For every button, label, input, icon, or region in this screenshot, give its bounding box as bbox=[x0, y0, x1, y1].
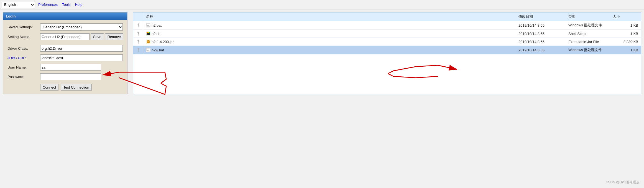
driver-class-row: Driver Class: bbox=[7, 45, 123, 52]
jdbc-url-input[interactable] bbox=[40, 54, 123, 61]
user-name-row: User Name: bbox=[7, 64, 123, 71]
jdbc-url-label[interactable]: JDBC URL: bbox=[7, 56, 38, 60]
saved-settings-label: Saved Settings: bbox=[7, 25, 38, 29]
file-row[interactable]: jar h2-1.4.200.jar 2019/10/14 8:55 Execu… bbox=[133, 38, 641, 46]
tools-link[interactable]: Tools bbox=[61, 2, 71, 7]
file-cells: jar h2-1.4.200.jar 2019/10/14 8:55 Execu… bbox=[143, 38, 641, 46]
preferences-link[interactable]: Preferences bbox=[37, 2, 59, 7]
file-pin[interactable] bbox=[133, 21, 143, 29]
test-connection-button[interactable]: Test Connection bbox=[61, 84, 91, 91]
svg-text:bat: bat bbox=[147, 24, 149, 26]
file-type-icon: jar bbox=[146, 39, 150, 44]
file-type-icon: >_ bbox=[146, 31, 150, 36]
file-type-cell: Executable Jar File bbox=[567, 39, 612, 44]
svg-point-7 bbox=[148, 32, 149, 33]
col-type: 类型 bbox=[567, 14, 612, 20]
svg-text:jar: jar bbox=[147, 41, 150, 42]
file-type-cell: Windows 批处理文件 bbox=[567, 47, 612, 53]
file-size-cell: 1 KB bbox=[612, 31, 639, 36]
file-name-cell: bat h2w.bat bbox=[145, 47, 517, 53]
login-title: Login bbox=[3, 12, 127, 20]
setting-name-input[interactable] bbox=[40, 33, 90, 40]
driver-class-input[interactable] bbox=[40, 45, 123, 52]
menubar: EnglishChineseFrenchGermanJapanese Prefe… bbox=[0, 0, 644, 9]
col-name: 名称 bbox=[145, 14, 517, 20]
watermark: CSDN @QvQ要乐观点 bbox=[606, 180, 640, 185]
svg-text:>_: >_ bbox=[147, 34, 148, 35]
file-name: h2w.bat bbox=[152, 48, 164, 52]
file-cells: bat h2w.bat 2019/10/14 8:55 Windows 批处理文… bbox=[143, 46, 641, 54]
password-input[interactable] bbox=[40, 73, 101, 80]
file-name-cell: jar h2-1.4.200.jar bbox=[145, 39, 517, 44]
file-cells: bat h2.bat 2019/10/14 8:55 Windows 批处理文件… bbox=[143, 21, 641, 29]
file-name-cell: >_ h2.sh bbox=[145, 31, 517, 36]
file-name: h2.bat bbox=[152, 23, 162, 27]
file-row[interactable]: >_ h2.sh 2019/10/14 8:55 Shell Script 1 … bbox=[133, 30, 641, 38]
password-label: Password: bbox=[7, 75, 38, 79]
connect-button[interactable]: Connect bbox=[40, 84, 58, 91]
file-pin[interactable] bbox=[133, 38, 143, 46]
file-name-cell: bat h2.bat bbox=[145, 22, 517, 28]
file-list: bat h2.bat 2019/10/14 8:55 Windows 批处理文件… bbox=[133, 21, 641, 54]
user-name-input[interactable] bbox=[40, 64, 101, 71]
header-spacer bbox=[133, 12, 143, 21]
svg-point-17 bbox=[138, 48, 139, 49]
svg-point-6 bbox=[147, 32, 148, 33]
svg-text:bat: bat bbox=[147, 49, 149, 51]
file-pin[interactable] bbox=[133, 30, 143, 37]
connect-row: Connect Test Connection bbox=[7, 84, 123, 91]
file-size-cell: 2,239 KB bbox=[612, 39, 639, 44]
saved-settings-row: Saved Settings: Generic H2 (Embedded)Gen… bbox=[7, 23, 123, 31]
file-date-cell: 2019/10/14 8:55 bbox=[517, 22, 567, 28]
login-panel: Login Saved Settings: Generic H2 (Embedd… bbox=[3, 12, 127, 94]
file-row[interactable]: bat h2.bat 2019/10/14 8:55 Windows 批处理文件… bbox=[133, 21, 641, 30]
svg-point-11 bbox=[138, 40, 139, 41]
saved-settings-select[interactable]: Generic H2 (Embedded)Generic H2 (Server)… bbox=[40, 23, 123, 31]
setting-name-row: Setting Name: Save Remove bbox=[7, 33, 123, 40]
file-browser-panel: 名称 修改日期 类型 大小 bat h2.bat bbox=[133, 12, 641, 94]
file-date-cell: 2019/10/14 8:55 bbox=[517, 31, 567, 36]
file-type-icon: bat bbox=[146, 23, 150, 27]
svg-point-4 bbox=[138, 32, 139, 33]
col-date: 修改日期 bbox=[517, 14, 567, 20]
file-date-cell: 2019/10/14 8:55 bbox=[517, 39, 567, 44]
file-name: h2.sh bbox=[152, 32, 160, 36]
file-size-cell: 1 KB bbox=[612, 22, 639, 28]
password-row: Password: bbox=[7, 73, 123, 80]
file-pin[interactable] bbox=[133, 46, 143, 54]
save-button[interactable]: Save bbox=[91, 33, 104, 40]
col-size: 大小 bbox=[612, 14, 639, 20]
user-name-label: User Name: bbox=[7, 65, 38, 69]
file-row[interactable]: bat h2w.bat 2019/10/14 8:55 Windows 批处理文… bbox=[133, 46, 641, 54]
main-area: Login Saved Settings: Generic H2 (Embedd… bbox=[0, 9, 644, 97]
driver-class-label: Driver Class: bbox=[7, 46, 38, 51]
jdbc-url-row: JDBC URL: bbox=[7, 54, 123, 61]
language-select[interactable]: EnglishChineseFrenchGermanJapanese bbox=[2, 1, 35, 8]
file-browser-header: 名称 修改日期 类型 大小 bbox=[133, 12, 641, 21]
file-type-icon: bat bbox=[146, 48, 150, 52]
file-cells: >_ h2.sh 2019/10/14 8:55 Shell Script 1 … bbox=[143, 30, 641, 37]
file-date-cell: 2019/10/14 8:55 bbox=[517, 47, 567, 53]
help-link[interactable]: Help bbox=[74, 2, 83, 7]
file-type-cell: Windows 批处理文件 bbox=[567, 22, 612, 28]
remove-button[interactable]: Remove bbox=[105, 33, 123, 40]
file-type-cell: Shell Script bbox=[567, 31, 612, 36]
file-column-headers: 名称 修改日期 类型 大小 bbox=[143, 12, 641, 21]
login-body: Saved Settings: Generic H2 (Embedded)Gen… bbox=[3, 20, 127, 94]
svg-point-0 bbox=[138, 24, 139, 25]
setting-name-controls: Save Remove bbox=[40, 33, 123, 40]
file-size-cell: 1 KB bbox=[612, 47, 639, 53]
setting-name-label: Setting Name: bbox=[7, 35, 38, 39]
file-name: h2-1.4.200.jar bbox=[152, 40, 174, 44]
svg-point-8 bbox=[149, 32, 150, 33]
